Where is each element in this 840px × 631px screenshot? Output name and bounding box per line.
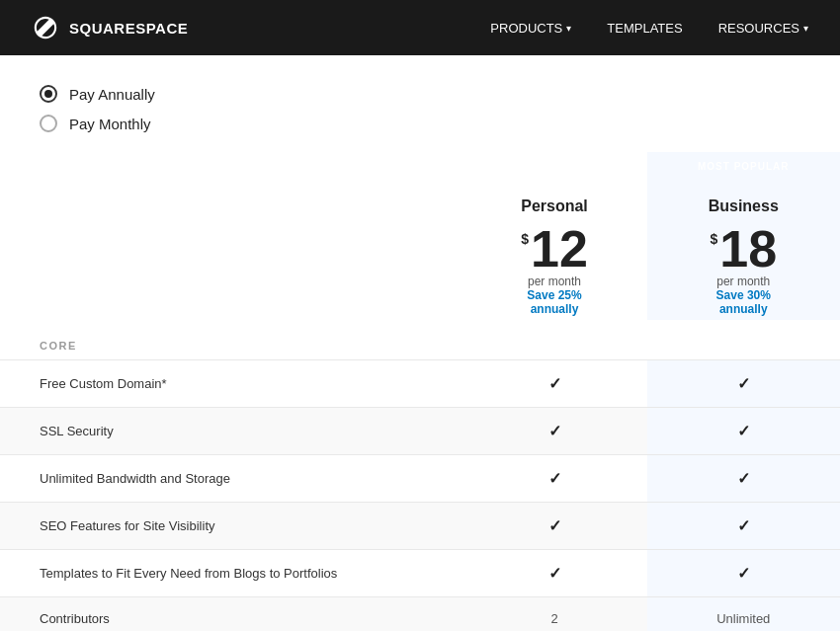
feature-personal-value: ✓ [462,360,647,408]
main-content: Pay Annually Pay Monthly MOST POPULAR Pe… [0,55,840,631]
nav-resources-label: RESOURCES [718,21,799,36]
navigation: SQUARESPACE PRODUCTS ▾ TEMPLATES RESOURC… [0,0,840,55]
feature-row: SSL Security✓✓ [0,408,840,455]
personal-price-cell: $ 12 per month Save 25% annually [462,219,647,320]
empty-header [0,180,462,219]
business-plan-name: Business [667,197,821,215]
empty-cell-1 [0,152,462,180]
billing-section: Pay Annually Pay Monthly [0,55,840,152]
billing-monthly[interactable]: Pay Monthly [40,115,800,132]
logo[interactable]: SQUARESPACE [32,14,188,41]
personal-dollar: $ [521,231,529,247]
feature-personal-value: ✓ [462,455,647,503]
billing-annually-label: Pay Annually [69,86,155,103]
brand-name: SQUARESPACE [69,20,188,37]
feature-business-value: ✓ [647,408,841,455]
pricing-table: MOST POPULAR Personal Business $ 12 per … [0,152,840,631]
business-price-display: $ 18 [667,223,821,275]
business-save: Save 30% annually [667,288,821,316]
feature-personal-value: 2 [462,597,647,632]
business-per-month: per month [667,275,821,288]
feature-row: Contributors2Unlimited [0,597,840,632]
check-icon: ✓ [737,517,750,534]
check-icon: ✓ [548,470,561,487]
nav-resources[interactable]: RESOURCES ▾ [718,21,808,36]
price-row: $ 12 per month Save 25% annually $ 18 pe… [0,219,840,320]
feature-name: Free Custom Domain* [0,360,462,408]
section-core-label: CORE [0,320,840,360]
radio-annually[interactable] [40,85,57,103]
radio-monthly[interactable] [40,115,57,132]
personal-per-month: per month [482,275,628,288]
personal-price-display: $ 12 [482,223,628,275]
feature-business-value: ✓ [647,360,841,408]
check-icon: ✓ [548,423,561,439]
feature-personal-value: ✓ [462,503,647,550]
plan-header-row: Personal Business [0,180,840,219]
chevron-down-icon: ▾ [566,23,571,34]
empty-cell-2 [462,152,647,180]
nav-templates[interactable]: TEMPLATES [607,21,682,36]
check-icon: ✓ [548,517,561,534]
feature-name: Contributors [0,597,462,632]
feature-row: Unlimited Bandwidth and Storage✓✓ [0,455,840,503]
feature-name: SEO Features for Site Visibility [0,503,462,550]
feature-business-value: ✓ [647,550,841,597]
check-icon: ✓ [737,423,750,439]
feature-business-value: ✓ [647,503,841,550]
business-dollar: $ [710,231,717,247]
nav-links: PRODUCTS ▾ TEMPLATES RESOURCES ▾ [490,21,808,36]
business-price-cell: $ 18 per month Save 30% annually [647,219,841,320]
billing-options: Pay Annually Pay Monthly [40,85,800,132]
feature-name: Unlimited Bandwidth and Storage [0,455,462,503]
nav-templates-label: TEMPLATES [607,21,682,36]
chevron-down-icon: ▾ [803,23,808,34]
empty-price [0,219,462,320]
feature-business-value: ✓ [647,455,841,503]
personal-price-number: 12 [531,223,588,275]
section-core-label-row: CORE [0,320,840,360]
business-plan-header: Business [647,180,841,219]
check-icon: ✓ [737,470,750,487]
nav-products[interactable]: PRODUCTS ▾ [490,21,571,36]
feature-business-value: Unlimited [647,597,841,632]
check-icon: ✓ [737,375,750,392]
radio-inner-annually [44,90,52,98]
check-icon: ✓ [737,565,750,582]
feature-personal-value: ✓ [462,408,647,455]
feature-row: Templates to Fit Every Need from Blogs t… [0,550,840,597]
personal-plan-header: Personal [462,180,647,219]
feature-name: Templates to Fit Every Need from Blogs t… [0,550,462,597]
feature-row: Free Custom Domain*✓✓ [0,360,840,408]
nav-products-label: PRODUCTS [490,21,562,36]
most-popular-badge: MOST POPULAR [647,152,841,180]
check-icon: ✓ [548,375,561,392]
personal-save: Save 25% annually [482,288,628,316]
personal-plan-name: Personal [482,197,628,215]
most-popular-row: MOST POPULAR [0,152,840,180]
billing-monthly-label: Pay Monthly [69,116,151,132]
check-icon: ✓ [548,565,561,582]
feature-personal-value: ✓ [462,550,647,597]
feature-name: SSL Security [0,408,462,455]
business-price-number: 18 [719,223,777,275]
billing-annually[interactable]: Pay Annually [40,85,800,103]
feature-row: SEO Features for Site Visibility✓✓ [0,503,840,550]
